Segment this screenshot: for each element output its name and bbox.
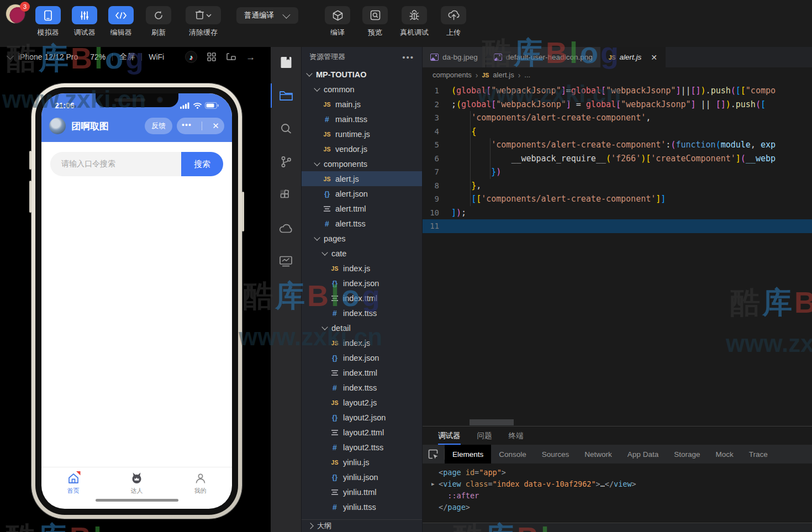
devtools-tab-elements[interactable]: Elements [445, 445, 491, 463]
tree-file-index.js[interactable]: JSindex.js [302, 335, 422, 350]
open-arrow-icon[interactable]: → [246, 52, 255, 62]
activity-extensions[interactable] [271, 186, 301, 204]
activity-cloud[interactable] [271, 219, 301, 237]
explorer-more-button[interactable]: ••• [402, 52, 414, 62]
tree-folder-common[interactable]: common [302, 82, 422, 97]
miniapp-tab-达人[interactable]: 达人 [105, 467, 168, 499]
breadcrumb-item[interactable]: ... [524, 71, 530, 79]
close-tab-icon[interactable]: ✕ [651, 53, 657, 62]
tree-folder-components[interactable]: components [302, 156, 422, 171]
editor-tab-da-bg.jpeg[interactable]: da-bg.jpeg [423, 47, 486, 67]
activity-folder[interactable] [271, 87, 301, 104]
devtools-tab-mock[interactable]: Mock [708, 445, 741, 463]
activity-notebook[interactable] [271, 54, 301, 71]
tree-file-alert.js[interactable]: JSalert.js [302, 171, 422, 186]
scrollbar-thumb[interactable] [470, 419, 514, 425]
miniapp-tab-首页[interactable]: 首页 [41, 467, 105, 499]
inspect-element-icon[interactable] [423, 449, 445, 460]
tree-folder-MP-TOUTIAO[interactable]: MP-TOUTIAO [302, 67, 422, 82]
chevron-right-icon: › [476, 71, 478, 80]
debugger-tab-问题[interactable]: 问题 [477, 426, 492, 445]
toolbar-action-编译[interactable]: 编译 [325, 6, 350, 38]
dom-node[interactable]: <page id="app"> [431, 467, 812, 478]
tree-file-layout2.ttml[interactable]: layout2.ttml [302, 425, 422, 440]
tree-file-yinliu.ttss[interactable]: #yinliu.ttss [302, 499, 422, 514]
user-avatar[interactable]: 3 [6, 4, 27, 25]
tree-file-layout2.ttss[interactable]: #layout2.ttss [302, 440, 422, 455]
activity-search[interactable] [271, 120, 301, 138]
code-line-10: 10]); [423, 206, 812, 220]
tree-file-index.json[interactable]: {}index.json [302, 350, 422, 365]
zoom-level[interactable]: 72% [90, 52, 106, 61]
dom-node[interactable]: </page> [431, 502, 812, 513]
editor-tab-alert.js[interactable]: JSalert.js✕ [601, 47, 666, 67]
grid-icon[interactable] [207, 52, 217, 62]
code-editor[interactable]: 1(global["webpackJsonp"]=global["webpack… [423, 82, 812, 240]
tree-file-main.js[interactable]: JSmain.js [302, 97, 422, 112]
tree-file-main.ttss[interactable]: #main.ttss [302, 112, 422, 127]
chevron-down-icon[interactable] [7, 52, 14, 60]
close-miniapp-button[interactable]: ✕ [212, 121, 219, 131]
device-selector[interactable]: iPhone 12/12 Pro [18, 52, 78, 61]
tree-file-layout2.json[interactable]: {}layout2.json [302, 410, 422, 425]
signal-icon [180, 102, 190, 109]
devtools-tab-storage[interactable]: Storage [666, 445, 708, 463]
toolbar-button-刷新[interactable]: 刷新 [146, 6, 171, 38]
activity-monitor[interactable] [271, 252, 301, 270]
tree-file-alert.json[interactable]: {}alert.json [302, 186, 422, 201]
tree-folder-pages[interactable]: pages [302, 231, 422, 246]
tree-file-runtime.js[interactable]: JSruntime.js [302, 127, 422, 141]
more-button[interactable]: ••• [182, 120, 192, 129]
tree-file-layout2.js[interactable]: JSlayout2.js [302, 395, 422, 410]
tree-file-index.ttml[interactable]: index.ttml [302, 365, 422, 380]
tree-file-vendor.js[interactable]: JSvendor.js [302, 141, 422, 156]
dom-node[interactable]: ::after [431, 490, 812, 502]
tree-file-alert.ttml[interactable]: alert.ttml [302, 201, 422, 216]
douyin-icon[interactable]: ♪ [185, 51, 197, 63]
devtools-tab-network[interactable]: Network [577, 445, 620, 463]
file-icon-ttss: # [330, 383, 339, 392]
network-selector[interactable]: WiFi [149, 52, 164, 61]
dom-node[interactable]: ▶<view class="index data-v-10af2962">…</… [431, 478, 812, 490]
devtools-tab-trace[interactable]: Trace [741, 445, 776, 463]
toolbar-action-真机调试[interactable]: 真机调试 [400, 6, 429, 38]
breadcrumb-item[interactable]: components [433, 71, 472, 79]
image-file-icon [494, 54, 502, 61]
search-button[interactable]: 搜索 [181, 152, 223, 176]
compile-mode-select[interactable]: 普通编译 [236, 7, 298, 24]
feedback-button[interactable]: 反馈 [145, 118, 172, 134]
tree-file-alert.ttss[interactable]: #alert.ttss [302, 216, 422, 231]
fullscreen-button[interactable]: 全屏 [119, 52, 135, 62]
devtools-tab-console[interactable]: Console [491, 445, 534, 463]
toolbar-button-清除缓存[interactable]: 清除缓存 [186, 6, 221, 38]
search-input[interactable]: 请输入口令搜索 [50, 152, 181, 176]
screenshot-icon[interactable] [226, 52, 236, 62]
miniapp-tab-我的[interactable]: 我的 [168, 467, 232, 499]
breadcrumb-item[interactable]: alert.js [493, 71, 514, 79]
toolbar-button-模拟器[interactable]: 模拟器 [35, 6, 61, 38]
outline-section[interactable]: 大纲 [302, 519, 422, 532]
toolbar-button-调试器[interactable]: 调试器 [72, 6, 97, 38]
tree-folder-cate[interactable]: cate [302, 246, 422, 261]
breadcrumb[interactable]: components›JSalert.js›... [423, 67, 812, 82]
tree-file-yinliu.ttml[interactable]: yinliu.ttml [302, 484, 422, 499]
tree-folder-detail[interactable]: detail [302, 320, 422, 335]
activity-git[interactable] [271, 153, 301, 171]
devtools-tab-sources[interactable]: Sources [534, 445, 577, 463]
expand-arrow-icon[interactable]: ▶ [431, 478, 439, 490]
debugger-tab-调试器[interactable]: 调试器 [438, 426, 461, 445]
tree-file-index.json[interactable]: {}index.json [302, 276, 422, 291]
editor-tab-default-user-headicon.png[interactable]: default-user-headicon.png [486, 47, 601, 67]
tree-file-yinliu.js[interactable]: JSyinliu.js [302, 455, 422, 470]
tree-file-index.ttss[interactable]: #index.ttss [302, 305, 422, 320]
devtools-tab-app-data[interactable]: App Data [620, 445, 666, 463]
tree-file-yinliu.json[interactable]: {}yinliu.json [302, 470, 422, 484]
toolbar-action-上传[interactable]: 上传 [441, 6, 466, 38]
toolbar-button-编辑器[interactable]: 编辑器 [108, 6, 134, 38]
tree-file-index.ttss[interactable]: #index.ttss [302, 380, 422, 395]
toolbar-action-预览[interactable]: 预览 [362, 6, 388, 38]
tree-file-index.js[interactable]: JSindex.js [302, 261, 422, 276]
tree-file-index.ttml[interactable]: index.ttml [302, 291, 422, 305]
debugger-tab-终端[interactable]: 终端 [509, 426, 524, 445]
horizontal-scrollbar[interactable] [423, 419, 812, 426]
